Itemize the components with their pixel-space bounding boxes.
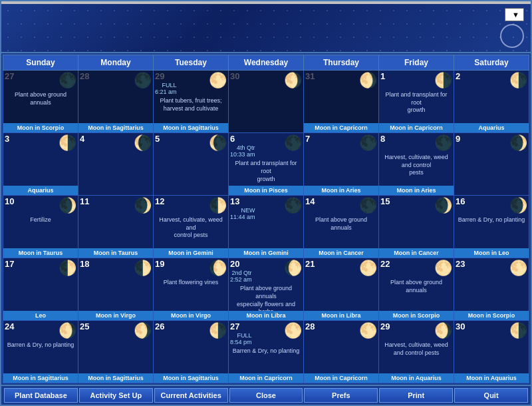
- footer-btn-current-activities[interactable]: Current Activities: [154, 388, 228, 403]
- moon-bar[interactable]: Moon in Libra: [229, 311, 303, 320]
- moon-bar[interactable]: Moon in Taurus: [78, 248, 153, 258]
- cell-activity: Plant above groundannuals: [5, 91, 76, 106]
- moon-bar[interactable]: Moon in Aquarius: [454, 373, 529, 383]
- date-number[interactable]: 31: [305, 71, 315, 82]
- moon-bar[interactable]: Moon in Scorpio: [379, 311, 454, 320]
- cell-activity: Plant above ground annuals: [305, 216, 377, 232]
- moon-phase-icon: 🌑: [133, 71, 152, 90]
- moon-bar[interactable]: Moon in Aries: [304, 186, 378, 195]
- moon-phase-icon: 🌑: [434, 134, 452, 152]
- moon-phase-icon: 🌕: [358, 259, 377, 278]
- calendar-cell-w2d0: 10🌒FertilizeMoon in Taurus: [3, 196, 78, 258]
- footer-btn-close[interactable]: Close: [229, 388, 303, 403]
- moon-phase-icon: 🌗: [509, 321, 527, 340]
- date-number[interactable]: 21: [305, 259, 315, 270]
- date-number[interactable]: 9: [456, 134, 460, 144]
- moon-bar[interactable]: Moon in Capricorn: [304, 123, 378, 132]
- date-number[interactable]: 17: [5, 259, 14, 270]
- moon-phase-icon: 🌘: [208, 134, 227, 152]
- moon-bar[interactable]: Moon in Capricorn: [229, 373, 303, 383]
- date-number[interactable]: 13: [230, 196, 255, 207]
- moon-bar[interactable]: Leo: [3, 311, 78, 320]
- moon-bar[interactable]: Moon in Taurus: [3, 248, 78, 258]
- date-number[interactable]: 19: [155, 259, 164, 270]
- date-number[interactable]: 1: [380, 71, 385, 82]
- moon-bar[interactable]: Aquarius: [3, 186, 78, 195]
- date-number[interactable]: 22: [380, 259, 390, 270]
- date-number[interactable]: 14: [305, 196, 315, 207]
- footer-btn-activity-set-up[interactable]: Activity Set Up: [79, 388, 153, 403]
- cell-activity: Plant above ground annuals: [380, 279, 452, 294]
- moon-bar[interactable]: Moon in Aquarius: [379, 373, 454, 383]
- moon-phase-icon: 🌗: [509, 71, 527, 90]
- moon-bar[interactable]: Moon in Sagittarius: [78, 123, 153, 132]
- date-number[interactable]: 23: [456, 259, 465, 270]
- date-number[interactable]: 8: [380, 134, 385, 144]
- date-number[interactable]: 20: [230, 259, 252, 270]
- calendar-cell-w2d6: 16🌒Barren & Dry, no plantingMoon in Leo: [454, 196, 529, 258]
- date-number[interactable]: 16: [456, 196, 465, 207]
- weekday-header-monday: Monday: [78, 55, 154, 71]
- date-number[interactable]: 27: [5, 71, 14, 82]
- calendar-cell-w0d4: 31🌖Moon in Capricorn: [304, 71, 379, 133]
- moon-bar[interactable]: Aquarius: [454, 123, 529, 132]
- moon-bar[interactable]: Moon in Gemini: [229, 248, 303, 258]
- moon-phase-icon: 🌔: [283, 259, 302, 278]
- moon-bar[interactable]: Moon in Sagittarius: [78, 373, 153, 383]
- date-number[interactable]: 3: [5, 134, 9, 144]
- moon-phase-icon: 🌒: [509, 196, 527, 215]
- moon-bar[interactable]: Moon in Sagittarius: [154, 373, 228, 383]
- date-number[interactable]: 29: [155, 71, 177, 82]
- cell-activity: Plant and transplant for rootgrowth: [380, 91, 452, 114]
- date-number[interactable]: 10: [5, 196, 14, 207]
- cell-activity: Barren & Dry, no planting: [230, 347, 302, 355]
- date-number[interactable]: 28: [80, 71, 89, 82]
- date-number[interactable]: 12: [155, 196, 164, 207]
- date-number[interactable]: 30: [230, 71, 239, 82]
- date-number[interactable]: 4: [80, 134, 84, 144]
- date-number[interactable]: 11: [80, 196, 89, 207]
- date-number[interactable]: 26: [155, 321, 164, 332]
- calendar-cell-w3d0: 17🌓Leo: [3, 258, 78, 321]
- moon-bar[interactable]: Moon in Gemini: [154, 248, 228, 258]
- moon-bar[interactable]: Moon in Sagittarius: [154, 123, 228, 132]
- moon-bar[interactable]: Moon in Libra: [304, 311, 378, 320]
- moon-bar[interactable]: Moon in Cancer: [379, 248, 454, 258]
- footer-btn-prefs[interactable]: Prefs: [304, 388, 378, 403]
- date-number[interactable]: 15: [380, 196, 390, 207]
- calendar-cell-w1d5: 8🌑Harvest, cultivate, weed and controlpe…: [379, 133, 454, 196]
- header-right: ▼: [500, 8, 524, 48]
- footer-btn-quit[interactable]: Quit: [454, 388, 528, 403]
- moon-bar[interactable]: Moon in Capricorn: [379, 123, 454, 132]
- moon-bar[interactable]: Moon in Aries: [379, 186, 454, 195]
- date-number[interactable]: 28: [305, 321, 315, 332]
- moon-phase-icon: 🌖: [283, 71, 302, 90]
- moon-bar[interactable]: Moon in Leo: [454, 248, 529, 258]
- moon-phase-icon: 🌕: [509, 259, 527, 278]
- moon-bar[interactable]: Moon in Sagittarius: [3, 373, 78, 383]
- moon-event: FULL6:21 am: [155, 82, 177, 97]
- date-number[interactable]: 6: [230, 134, 255, 144]
- moon-bar[interactable]: Moon in Scorpio: [3, 123, 78, 132]
- moon-bar[interactable]: Moon in Capricorn: [304, 373, 378, 383]
- date-number[interactable]: 24: [5, 321, 14, 332]
- date-selector[interactable]: ▼: [505, 8, 524, 21]
- date-number[interactable]: 30: [456, 321, 465, 332]
- footer-btn-plant-database[interactable]: Plant Database: [4, 388, 78, 403]
- moon-phase-icon: 🌔: [208, 259, 227, 278]
- date-number[interactable]: 25: [80, 321, 89, 332]
- moon-bar[interactable]: Moon in Pisces: [229, 186, 303, 195]
- calendar-cell-w0d6: 2🌗Aquarius: [454, 71, 529, 133]
- date-number[interactable]: 7: [305, 134, 310, 144]
- date-number[interactable]: 5: [155, 134, 160, 144]
- footer-btn-print[interactable]: Print: [379, 388, 453, 403]
- calendar-cell-w0d2: 29FULL6:21 am🌕Plant tubers, fruit trees;…: [154, 71, 229, 133]
- date-number[interactable]: 18: [80, 259, 89, 270]
- moon-bar[interactable]: Moon in Virgo: [154, 311, 228, 320]
- moon-bar[interactable]: Moon in Virgo: [78, 311, 153, 320]
- moon-bar[interactable]: Moon in Cancer: [304, 248, 378, 258]
- moon-bar[interactable]: Moon in Scorpio: [454, 311, 529, 320]
- date-number[interactable]: 2: [456, 71, 460, 82]
- date-number[interactable]: 27: [230, 321, 252, 332]
- date-number[interactable]: 29: [380, 321, 390, 332]
